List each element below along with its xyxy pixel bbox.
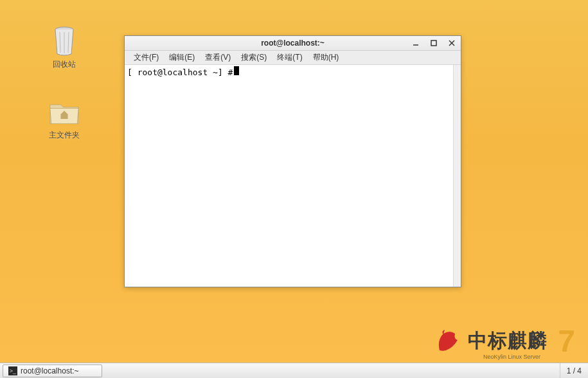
close-button[interactable] [445,38,458,48]
folder-home-icon [49,96,80,127]
menubar: 文件(F) 编辑(E) 查看(V) 搜索(S) 终端(T) 帮助(H) [125,51,461,65]
window-title: root@localhost:~ [261,39,325,48]
cursor [234,66,239,75]
menu-view[interactable]: 查看(V) [200,51,236,64]
workspace-indicator[interactable]: 1 / 4 [560,363,588,378]
menu-search[interactable]: 搜索(S) [236,51,272,64]
desktop: 回收站 主文件夹 root@localhost:~ [0,0,588,363]
maximize-button[interactable] [427,38,440,48]
kylin-logo-icon [434,327,463,356]
scrollbar[interactable] [453,65,461,287]
branding: 中标麒麟 7 NeoKylin Linux Server [434,323,575,359]
menu-edit[interactable]: 编辑(E) [164,51,200,64]
trash-label: 回收站 [39,59,90,70]
window-controls [409,38,458,48]
task-label: root@localhost:~ [21,366,79,375]
menu-help[interactable]: 帮助(H) [308,51,344,64]
minimize-button[interactable] [409,38,422,48]
branding-text: 中标麒麟 [468,328,548,354]
prompt-line: [ root@localhost ~] # [127,66,458,77]
branding-version: 7 [558,323,575,359]
workspace-text: 1 / 4 [567,366,582,375]
home-folder-label: 主文件夹 [39,130,90,141]
svg-rect-5 [431,40,436,46]
trash-icon [49,26,80,57]
terminal-window: root@localhost:~ 文件(F) 编辑(E) 查看(V) 搜索(S)… [124,35,461,287]
menu-terminal[interactable]: 终端(T) [272,51,307,64]
terminal-icon: >_ [8,366,17,375]
branding-sub: NeoKylin Linux Server [483,354,540,360]
desktop-icon-home[interactable]: 主文件夹 [39,96,90,141]
taskbar-task-terminal[interactable]: >_ root@localhost:~ [3,364,102,377]
menu-file[interactable]: 文件(F) [129,51,164,64]
taskbar: >_ root@localhost:~ 1 / 4 [0,363,588,378]
titlebar[interactable]: root@localhost:~ [125,36,461,51]
terminal-body[interactable]: [ root@localhost ~] # [125,65,461,287]
prompt-text: [ root@localhost ~] # [127,68,233,77]
desktop-icon-trash[interactable]: 回收站 [39,26,90,70]
